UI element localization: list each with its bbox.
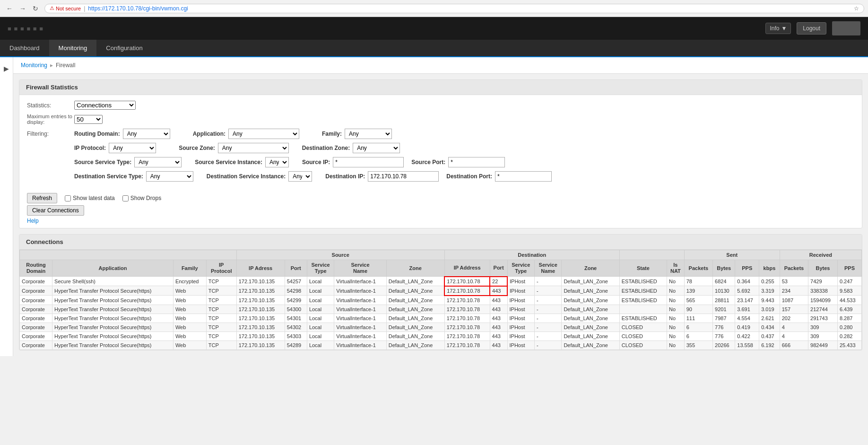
src-port-input[interactable]: * bbox=[448, 157, 505, 167]
family-select[interactable]: Any bbox=[345, 129, 392, 139]
brand-logo: ■ ■ ■ ■ ■ ■ bbox=[8, 25, 43, 32]
col-ip-protocol: IPProtocol bbox=[206, 260, 236, 277]
src-ip-item: Source IP: * bbox=[302, 157, 404, 167]
col-src-port: Port bbox=[285, 260, 307, 277]
breadcrumb-separator: ▸ bbox=[50, 62, 53, 69]
show-drops-checkbox-item[interactable]: Show Drops bbox=[122, 195, 161, 201]
src-ip-label: Source IP: bbox=[302, 159, 330, 166]
group-header-source: Source bbox=[236, 250, 444, 260]
breadcrumb: Monitoring ▸ Firewall bbox=[13, 57, 868, 74]
back-button[interactable]: ← bbox=[4, 4, 15, 13]
connections-section: Connections Source Destination Sent Rec bbox=[19, 234, 862, 350]
dst-ip-label: Destination IP: bbox=[325, 173, 365, 180]
show-drops-label: Show Drops bbox=[130, 195, 161, 201]
browser-navigation: ← → ↻ bbox=[4, 4, 41, 13]
destination-zone-label: Destination Zone: bbox=[302, 145, 350, 151]
action-row: Refresh Show latest data Show Drops Clea… bbox=[19, 191, 862, 228]
filter-body: Statistics: Connections Maximum entries … bbox=[19, 95, 862, 191]
col-is-nat: IsNAT bbox=[667, 260, 684, 277]
src-svc-instance-select[interactable]: Any bbox=[265, 157, 289, 167]
connections-table: Source Destination Sent Received Routing… bbox=[19, 250, 862, 350]
action-top: Refresh Show latest data Show Drops bbox=[27, 193, 854, 203]
src-svc-type-item: Source Service Type: Any bbox=[74, 157, 182, 167]
table-row: CorporateHyperText Transfer Protocol Sec… bbox=[20, 332, 862, 340]
tab-dashboard[interactable]: Dashboard bbox=[0, 40, 49, 56]
address-bar[interactable]: ⚠ Not secure | https://172.170.10.78/cgi… bbox=[44, 4, 864, 13]
destination-zone-item: Destination Zone: Any bbox=[302, 143, 400, 153]
tab-monitoring[interactable]: Monitoring bbox=[49, 40, 97, 57]
filtering-row-3: Source Service Type: Any Source Service … bbox=[27, 157, 854, 167]
main-layout: ▶ Monitoring ▸ Firewall Firewall Statist… bbox=[0, 57, 868, 356]
tab-configuration[interactable]: Configuration bbox=[96, 40, 152, 56]
info-label: Info bbox=[770, 25, 779, 32]
col-src-ip: IP Adress bbox=[236, 260, 285, 277]
col-dst-svc-type: ServiceType bbox=[507, 260, 534, 277]
src-svc-instance-label: Source Service Instance: bbox=[195, 159, 262, 166]
src-svc-type-label: Source Service Type: bbox=[74, 159, 131, 166]
firewall-statistics-header: Firewall Statistics bbox=[19, 80, 862, 95]
chevron-right-icon: ▶ bbox=[4, 65, 9, 72]
filtering-row-1: Filtering: Routing Domain: Any Applicati… bbox=[27, 129, 854, 139]
col-sent-pps: PPS bbox=[735, 260, 759, 277]
max-entries-row: Maximum entries to display: 50 bbox=[27, 113, 854, 125]
dst-ip-input[interactable]: 172.170.10.78 bbox=[368, 171, 439, 182]
dst-port-input[interactable]: * bbox=[495, 171, 552, 182]
application-item: Application: Any bbox=[193, 129, 299, 139]
action-bottom: Clear Connections bbox=[27, 205, 854, 216]
col-src-svc-name: ServiceName bbox=[334, 260, 386, 277]
group-header-row: Source Destination Sent Received bbox=[20, 250, 862, 260]
info-dropdown[interactable]: Info ▼ bbox=[765, 23, 791, 34]
col-header-row: RoutingDomain Application Family IPProto… bbox=[20, 260, 862, 277]
statistics-select[interactable]: Connections bbox=[74, 101, 136, 110]
col-application: Application bbox=[52, 260, 174, 277]
bookmark-icon[interactable]: ☆ bbox=[854, 5, 859, 12]
show-drops-checkbox[interactable] bbox=[122, 195, 129, 201]
src-ip-input[interactable]: * bbox=[333, 157, 404, 167]
routing-domain-item: Routing Domain: Any bbox=[74, 129, 170, 139]
dst-svc-type-select[interactable]: Any bbox=[146, 171, 193, 182]
dst-svc-instance-select[interactable]: Any bbox=[288, 171, 312, 182]
connections-table-container: Source Destination Sent Received Routing… bbox=[19, 250, 862, 350]
forward-button[interactable]: → bbox=[17, 4, 28, 13]
table-row: CorporateHyperText Transfer Protocol Sec… bbox=[20, 305, 862, 314]
col-sent-packets: Packets bbox=[684, 260, 712, 277]
col-dst-ip: IP Address bbox=[444, 260, 490, 277]
breadcrumb-current: Firewall bbox=[56, 62, 75, 69]
reload-button[interactable]: ↻ bbox=[30, 4, 41, 13]
not-secure-indicator: ⚠ Not secure bbox=[50, 5, 81, 11]
max-entries-label: Maximum entries to display: bbox=[27, 113, 74, 125]
clear-connections-button[interactable]: Clear Connections bbox=[27, 205, 84, 216]
max-entries-select[interactable]: 50 bbox=[74, 115, 103, 124]
dst-svc-instance-label: Destination Service Instance: bbox=[207, 173, 286, 180]
filtering-group-3: Source Service Type: Any Source Service … bbox=[74, 157, 854, 167]
connections-header: Connections bbox=[19, 235, 862, 250]
ip-protocol-select[interactable]: Any bbox=[109, 143, 156, 153]
destination-zone-select[interactable]: Any bbox=[353, 143, 400, 153]
routing-domain-select[interactable]: Any bbox=[123, 129, 170, 139]
logout-button[interactable]: Logout bbox=[797, 22, 826, 35]
col-rcv-packets: Packets bbox=[780, 260, 808, 277]
table-row: CorporateHyperText Transfer Protocol Sec… bbox=[20, 323, 862, 332]
col-dst-svc-name: ServiceName bbox=[534, 260, 561, 277]
source-zone-label: Source Zone: bbox=[179, 145, 215, 151]
table-row: CorporateHyperText Transfer Protocol Sec… bbox=[20, 286, 862, 296]
dropdown-arrow-icon: ▼ bbox=[781, 25, 787, 32]
statistics-row: Statistics: Connections bbox=[27, 101, 854, 110]
navbar-right: Info ▼ Logout bbox=[765, 21, 860, 35]
sidebar-toggle[interactable]: ▶ bbox=[0, 57, 13, 356]
refresh-button[interactable]: Refresh bbox=[27, 193, 57, 203]
col-rcv-bytes: Bytes bbox=[808, 260, 838, 277]
breadcrumb-monitoring[interactable]: Monitoring bbox=[21, 62, 47, 69]
show-latest-checkbox[interactable] bbox=[65, 195, 71, 201]
col-sent-kbps: kbps bbox=[759, 260, 780, 277]
show-latest-checkbox-item[interactable]: Show latest data bbox=[65, 195, 115, 201]
source-zone-select[interactable]: Any bbox=[218, 143, 289, 153]
family-label: Family: bbox=[322, 131, 342, 137]
col-rcv-pps: PPS bbox=[837, 260, 861, 277]
help-row: Help bbox=[27, 218, 854, 224]
src-svc-type-select[interactable]: Any bbox=[134, 157, 182, 167]
application-select[interactable]: Any bbox=[228, 129, 299, 139]
filtering-label: Filtering: bbox=[27, 131, 74, 137]
help-link[interactable]: Help bbox=[27, 218, 39, 224]
group-header-received: Received bbox=[780, 250, 861, 260]
